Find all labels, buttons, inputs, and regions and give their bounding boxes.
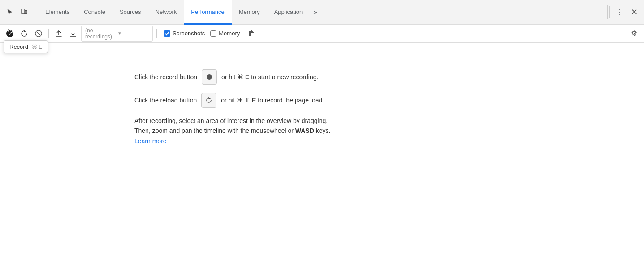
- devtools-top-icons: [4, 0, 36, 24]
- memory-checkbox[interactable]: [210, 30, 216, 37]
- instruction-1-before: Click the record button: [134, 73, 197, 81]
- clear-button[interactable]: 🗑: [245, 27, 258, 40]
- upload-recording-button[interactable]: [52, 27, 65, 40]
- clear-recording-button[interactable]: [32, 27, 45, 40]
- tab-bar-separator: [607, 5, 608, 19]
- cursor-icon-btn[interactable]: [4, 6, 16, 18]
- tab-bar-right: ⋮ ✕: [609, 6, 640, 18]
- toolbar-checkboxes: Screenshots Memory 🗑: [164, 27, 258, 40]
- screenshots-checkbox[interactable]: [164, 30, 170, 37]
- device-toggle-btn[interactable]: [18, 6, 30, 18]
- toolbar-sep-3: [624, 29, 624, 38]
- toolbar-sep-2: [156, 29, 157, 38]
- instruction-text-block: After recording, select an area of inter…: [134, 116, 330, 146]
- tab-network[interactable]: Network: [148, 0, 184, 25]
- svg-point-11: [208, 76, 211, 79]
- record-tooltip: Record ⌘ E: [4, 40, 48, 53]
- settings-button[interactable]: ⚙: [628, 27, 640, 40]
- instruction-line-2: Click the reload button or hit ⌘ ⇧ E to …: [134, 93, 324, 108]
- tooltip-label: Record: [9, 43, 28, 50]
- instruction-line-3b: Then, zoom and pan the timeline with the…: [134, 126, 330, 136]
- screenshots-checkbox-label[interactable]: Screenshots: [164, 30, 205, 37]
- svg-point-3: [8, 31, 12, 36]
- reload-record-button[interactable]: [18, 27, 30, 40]
- toolbar-sep-1: [48, 29, 49, 38]
- download-recording-button[interactable]: [67, 27, 79, 40]
- instruction-line-1: Click the record button or hit ⌘ E to st…: [134, 69, 318, 85]
- recordings-dropdown[interactable]: (no recordings) ▾: [81, 26, 153, 42]
- instruction-1-after: or hit ⌘ E to start a new recording.: [221, 73, 318, 81]
- tab-memory[interactable]: Memory: [232, 0, 267, 25]
- tab-sources[interactable]: Sources: [112, 0, 148, 25]
- tab-elements[interactable]: Elements: [38, 0, 77, 25]
- instruction-2-before: Click the reload button: [134, 97, 197, 104]
- main-content: Click the record button or hit ⌘ E to st…: [0, 43, 644, 260]
- reload-icon-inline: [201, 93, 216, 108]
- svg-rect-0: [22, 9, 25, 14]
- tab-bar: Elements Console Sources Network Perform…: [0, 0, 644, 25]
- performance-toolbar: (no recordings) ▾ Screenshots Memory 🗑 ⚙: [0, 25, 644, 43]
- more-options-btn[interactable]: ⋮: [614, 6, 626, 18]
- learn-more-link[interactable]: Learn more: [134, 137, 167, 145]
- instruction-line-3a: After recording, select an area of inter…: [134, 116, 330, 126]
- tab-performance[interactable]: Performance: [184, 0, 231, 25]
- record-icon-inline: [202, 69, 217, 85]
- tooltip-shortcut: ⌘ E: [32, 44, 42, 50]
- toolbar-right: ⚙: [620, 27, 640, 40]
- tab-console[interactable]: Console: [77, 0, 112, 25]
- svg-line-5: [37, 32, 40, 35]
- tab-application[interactable]: Application: [267, 0, 310, 25]
- instruction-2-after: or hit ⌘ ⇧ E to record the page load.: [221, 97, 324, 104]
- svg-rect-1: [25, 10, 27, 14]
- close-devtools-btn[interactable]: ✕: [628, 6, 640, 18]
- memory-checkbox-label[interactable]: Memory: [210, 30, 240, 37]
- tab-nav: Elements Console Sources Network Perform…: [38, 0, 605, 24]
- record-button[interactable]: [4, 27, 16, 40]
- tab-overflow-btn[interactable]: »: [310, 0, 321, 24]
